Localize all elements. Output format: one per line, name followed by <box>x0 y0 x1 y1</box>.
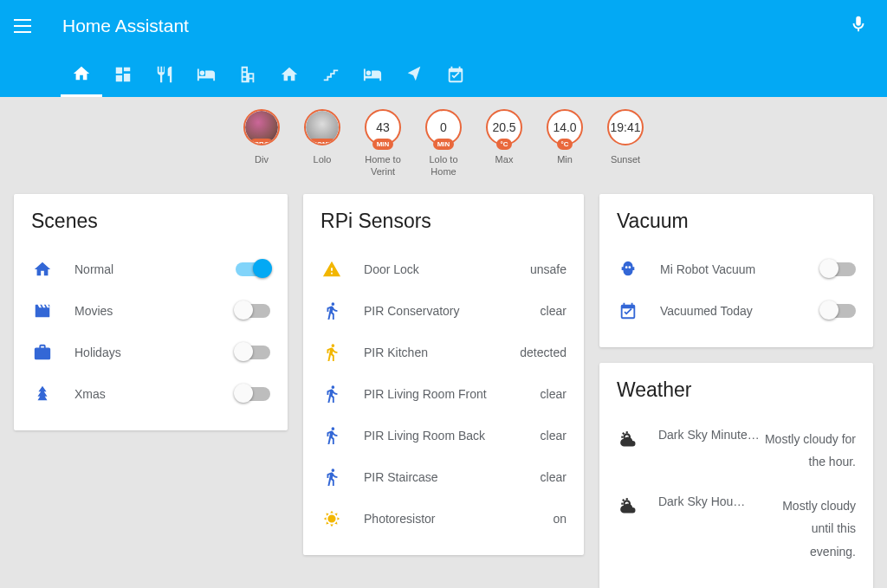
sensor-label[interactable]: PIR Staircase <box>364 470 534 484</box>
tab-dashboard-icon[interactable] <box>102 52 144 97</box>
badge-label: Div <box>255 154 269 166</box>
partly-cloudy-icon <box>617 494 643 520</box>
scene-row-xmas: Xmas <box>31 373 270 415</box>
vacuum-label[interactable]: Vacuumed Today <box>660 304 821 318</box>
sensor-row: PIR Staircaseclear <box>320 456 567 498</box>
tab-home-icon[interactable] <box>61 52 102 97</box>
weather-title: Weather <box>617 378 856 402</box>
robot-icon <box>617 258 639 281</box>
tab-bed-icon[interactable] <box>185 52 227 97</box>
badge-label: Max <box>495 154 514 166</box>
vacuum-title: Vacuum <box>617 210 856 233</box>
cal-check-icon <box>617 300 639 322</box>
svg-line-7 <box>623 499 625 501</box>
movies-icon <box>31 300 54 322</box>
sensor-label[interactable]: PIR Living Room Back <box>364 429 534 443</box>
scene-toggle-movies[interactable] <box>236 304 270 318</box>
badge-chip: °C <box>496 139 513 150</box>
svg-line-3 <box>623 432 625 434</box>
sensor-label[interactable]: PIR Living Room Front <box>364 387 534 401</box>
xmas-icon <box>31 383 54 405</box>
badge-chip: HOME <box>308 139 337 145</box>
partly-cloudy-icon <box>617 428 643 454</box>
sensor-row: PIR Conservatoryclear <box>320 290 567 332</box>
sensor-row: PIR Kitchendetected <box>320 332 567 373</box>
weather-value: Mostly cloudy for the hour. <box>762 428 856 474</box>
walk-icon <box>320 466 343 488</box>
vacuum-toggle[interactable] <box>821 262 856 276</box>
vacuum-row: Vacuumed Today <box>617 290 856 332</box>
sensors-card: RPi Sensors Door LockunsafePIR Conservat… <box>303 194 584 555</box>
vacuum-label[interactable]: Mi Robot Vacuum <box>660 262 821 276</box>
badge-0[interactable]: CBCDiv <box>237 109 286 178</box>
scene-label[interactable]: Xmas <box>74 387 236 401</box>
walk-icon <box>320 300 343 322</box>
menu-button[interactable] <box>14 14 38 38</box>
sensor-value: clear <box>541 387 567 401</box>
tab-bar <box>0 52 887 97</box>
scene-toggle-holidays[interactable] <box>236 346 270 359</box>
sensor-label[interactable]: Door Lock <box>364 262 523 276</box>
home-icon <box>31 258 54 281</box>
badge-3[interactable]: 0MINLolo to Home <box>419 109 468 178</box>
badge-chip: MIN <box>433 139 455 150</box>
scene-label[interactable]: Normal <box>74 262 236 276</box>
scene-row-normal: Normal <box>31 249 270 290</box>
badge-2[interactable]: 43MINHome to Verint <box>359 109 407 178</box>
sensor-row: PIR Living Room Backclear <box>320 415 567 456</box>
sensor-row: Photoresistoron <box>320 498 567 540</box>
walk-icon <box>320 424 343 447</box>
tab-house-alt-icon[interactable] <box>269 52 310 97</box>
tab-bed2-icon[interactable] <box>352 52 393 97</box>
badge-label: Lolo <box>314 154 332 166</box>
weather-card: Weather Dark Sky Minute…Mostly cloudy fo… <box>599 363 873 589</box>
badge-chip: MIN <box>372 139 394 150</box>
sensor-label[interactable]: PIR Kitchen <box>364 346 513 359</box>
sensor-value: detected <box>520 346 567 359</box>
tab-stairs-icon[interactable] <box>310 52 352 97</box>
vacuum-toggle[interactable] <box>821 304 856 318</box>
badge-5[interactable]: 14.0°CMin <box>541 109 589 178</box>
weather-label[interactable]: Dark Sky Hou… <box>658 494 762 508</box>
scene-row-holidays: Holidays <box>31 332 270 373</box>
app-title: Home Assistant <box>62 16 189 36</box>
badge-label: Sunset <box>611 154 640 166</box>
badges-row: CBCDivHOMELolo43MINHome to Verint0MINLol… <box>0 97 887 182</box>
badge-label: Lolo to Home <box>419 154 468 178</box>
sensor-value: clear <box>541 304 567 318</box>
badge-4[interactable]: 20.5°CMax <box>480 109 528 178</box>
vacuum-card: Vacuum Mi Robot VacuumVacuumed Today <box>599 194 873 347</box>
sensor-row: PIR Living Room Frontclear <box>320 373 567 415</box>
tab-kitchen-icon[interactable] <box>144 52 185 97</box>
alert-icon <box>320 258 343 281</box>
sensor-value: clear <box>541 429 567 443</box>
scenes-card: Scenes NormalMoviesHolidaysXmas <box>14 194 288 430</box>
badge-label: Min <box>557 154 573 166</box>
badge-1[interactable]: HOMELolo <box>298 109 346 178</box>
scenes-title: Scenes <box>31 210 270 233</box>
sensors-title: RPi Sensors <box>320 210 567 233</box>
sensor-row: Door Lockunsafe <box>320 249 567 290</box>
weather-label[interactable]: Dark Sky Minute… <box>658 428 762 442</box>
sensor-value: on <box>553 512 567 526</box>
tab-office-icon[interactable] <box>227 52 269 97</box>
badge-6[interactable]: 19:41Sunset <box>601 109 650 178</box>
microphone-button[interactable] <box>844 10 873 42</box>
scene-row-movies: Movies <box>31 290 270 332</box>
badge-label: Home to Verint <box>359 154 407 178</box>
scene-toggle-xmas[interactable] <box>236 387 270 401</box>
walk-icon <box>320 383 343 405</box>
vacuum-row: Mi Robot Vacuum <box>617 249 856 290</box>
sensor-value: clear <box>541 470 567 484</box>
scene-toggle-normal[interactable] <box>236 262 270 276</box>
sensor-label[interactable]: PIR Conservatory <box>364 304 534 318</box>
tab-pin-icon[interactable] <box>393 52 435 97</box>
badge-chip: CBC <box>249 139 273 145</box>
weather-row: Dark Sky Minute…Mostly cloudy for the ho… <box>617 417 856 484</box>
scene-label[interactable]: Holidays <box>74 346 236 359</box>
bright-icon <box>320 507 343 530</box>
tab-calendar-check-icon[interactable] <box>435 52 476 97</box>
sensor-value: unsafe <box>530 262 567 276</box>
scene-label[interactable]: Movies <box>74 304 236 318</box>
sensor-label[interactable]: Photoresistor <box>364 512 546 526</box>
